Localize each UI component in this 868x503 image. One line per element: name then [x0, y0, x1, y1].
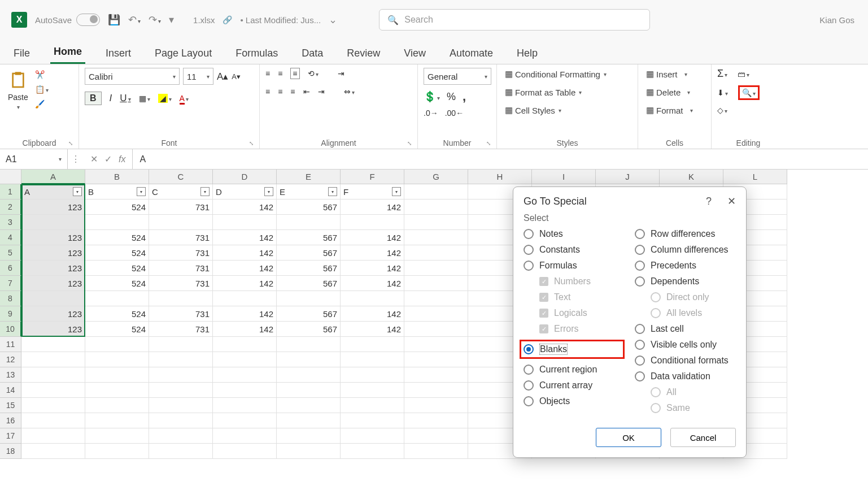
- cut-icon[interactable]: ✂️: [35, 70, 49, 79]
- cell[interactable]: [21, 352, 85, 367]
- radio-row-differences[interactable]: Row differences: [635, 229, 736, 239]
- radio-column-differences[interactable]: Column differences: [635, 245, 736, 255]
- cell[interactable]: [277, 383, 341, 398]
- row-header[interactable]: 10: [0, 322, 21, 337]
- cell[interactable]: 123: [21, 276, 85, 291]
- search-input[interactable]: 🔍 Search: [379, 9, 650, 31]
- autosave-toggle[interactable]: AutoSave: [35, 14, 100, 26]
- cell[interactable]: [341, 337, 404, 352]
- cell[interactable]: [277, 337, 341, 352]
- format-cells-button[interactable]: ▦Format▾: [644, 104, 695, 116]
- cell[interactable]: 142: [213, 276, 277, 291]
- cell[interactable]: [404, 398, 468, 413]
- cell[interactable]: [277, 352, 341, 367]
- find-select-button[interactable]: 🔍▾: [738, 85, 760, 100]
- font-name-combo[interactable]: Calibri▾: [85, 68, 180, 85]
- cell[interactable]: [21, 398, 85, 413]
- tab-view[interactable]: View: [400, 43, 429, 64]
- cell[interactable]: [149, 215, 213, 230]
- row-header[interactable]: 17: [0, 428, 21, 444]
- cell[interactable]: B▾: [85, 184, 149, 200]
- cell[interactable]: [341, 444, 404, 459]
- cell[interactable]: 731: [149, 261, 213, 276]
- cell[interactable]: [404, 444, 468, 459]
- radio-notes[interactable]: Notes: [524, 229, 625, 239]
- cell[interactable]: 123: [21, 200, 85, 215]
- cell[interactable]: 142: [341, 276, 404, 291]
- row-header[interactable]: 1: [0, 184, 21, 200]
- cell[interactable]: [404, 337, 468, 352]
- cell[interactable]: [404, 245, 468, 261]
- cell[interactable]: [341, 352, 404, 367]
- cell[interactable]: 142: [213, 230, 277, 245]
- undo-icon[interactable]: ↶▾: [128, 14, 141, 26]
- align-center-icon[interactable]: ≡: [278, 87, 282, 96]
- radio-precedents[interactable]: Precedents: [635, 261, 736, 271]
- tab-data[interactable]: Data: [298, 43, 326, 64]
- cell[interactable]: [213, 444, 277, 459]
- redo-icon[interactable]: ↷▾: [149, 14, 161, 26]
- cell[interactable]: 142: [341, 261, 404, 276]
- orientation-icon[interactable]: ⟲▾: [308, 69, 319, 78]
- cell[interactable]: [149, 337, 213, 352]
- cell[interactable]: [85, 367, 149, 383]
- cell[interactable]: [341, 367, 404, 383]
- cell[interactable]: [21, 367, 85, 383]
- radio-dependents[interactable]: Dependents: [635, 276, 736, 287]
- cell[interactable]: [404, 428, 468, 444]
- clear-icon[interactable]: ◇▾: [717, 106, 727, 115]
- cell[interactable]: [85, 413, 149, 428]
- cell[interactable]: [21, 413, 85, 428]
- dialog-launcher-icon[interactable]: ⤡: [407, 140, 412, 146]
- help-icon[interactable]: ?: [706, 196, 712, 207]
- cancel-button[interactable]: Cancel: [670, 428, 736, 447]
- cell[interactable]: [21, 428, 85, 444]
- cell[interactable]: [213, 337, 277, 352]
- cell[interactable]: [404, 367, 468, 383]
- border-button[interactable]: ▦▾: [139, 94, 150, 103]
- save-icon[interactable]: 💾: [108, 14, 120, 26]
- cell[interactable]: 524: [85, 261, 149, 276]
- cell[interactable]: [277, 428, 341, 444]
- dialog-launcher-icon[interactable]: ⤡: [486, 140, 491, 146]
- cell[interactable]: [85, 352, 149, 367]
- cell[interactable]: [21, 215, 85, 230]
- cell[interactable]: [213, 383, 277, 398]
- column-header[interactable]: D: [213, 170, 277, 184]
- decrease-indent-icon[interactable]: ⇤: [303, 87, 310, 96]
- column-header[interactable]: A: [21, 170, 85, 184]
- increase-font-icon[interactable]: A▴: [217, 71, 228, 83]
- confirm-edit-icon[interactable]: ✓: [104, 154, 112, 164]
- cell[interactable]: 142: [341, 306, 404, 322]
- merge-center-icon[interactable]: ⇔▾: [344, 87, 355, 96]
- chevron-down-icon[interactable]: ⌄: [329, 14, 337, 26]
- cell[interactable]: 524: [85, 322, 149, 337]
- dialog-launcher-icon[interactable]: ⤡: [249, 140, 254, 146]
- cell[interactable]: [213, 367, 277, 383]
- decrease-decimal-icon[interactable]: .00←: [445, 109, 464, 118]
- cell[interactable]: [341, 291, 404, 306]
- row-header[interactable]: 5: [0, 245, 21, 261]
- copy-icon[interactable]: 📋▾: [35, 85, 49, 94]
- wrap-text-icon[interactable]: ⇥: [338, 69, 344, 78]
- cell[interactable]: [85, 215, 149, 230]
- cell-styles-button[interactable]: ▦Cell Styles▾: [503, 104, 564, 116]
- cell[interactable]: 142: [213, 200, 277, 215]
- cell[interactable]: 567: [277, 306, 341, 322]
- cell[interactable]: [21, 291, 85, 306]
- cell[interactable]: [277, 398, 341, 413]
- fill-icon[interactable]: ⬇▾: [717, 88, 728, 97]
- paste-button[interactable]: Paste ▾: [6, 68, 30, 112]
- cell[interactable]: 123: [21, 322, 85, 337]
- radio-data-validation[interactable]: Data validation: [635, 371, 736, 381]
- tab-review[interactable]: Review: [343, 43, 383, 64]
- radio-objects[interactable]: Objects: [524, 396, 625, 406]
- bold-button[interactable]: B: [85, 92, 102, 105]
- cell[interactable]: 524: [85, 230, 149, 245]
- tab-page-layout[interactable]: Page Layout: [151, 43, 215, 64]
- row-header[interactable]: 9: [0, 306, 21, 322]
- cell[interactable]: 142: [341, 230, 404, 245]
- format-as-table-button[interactable]: ▦Format as Table▾: [503, 86, 584, 98]
- row-header[interactable]: 12: [0, 352, 21, 367]
- font-size-combo[interactable]: 11▾: [183, 68, 213, 85]
